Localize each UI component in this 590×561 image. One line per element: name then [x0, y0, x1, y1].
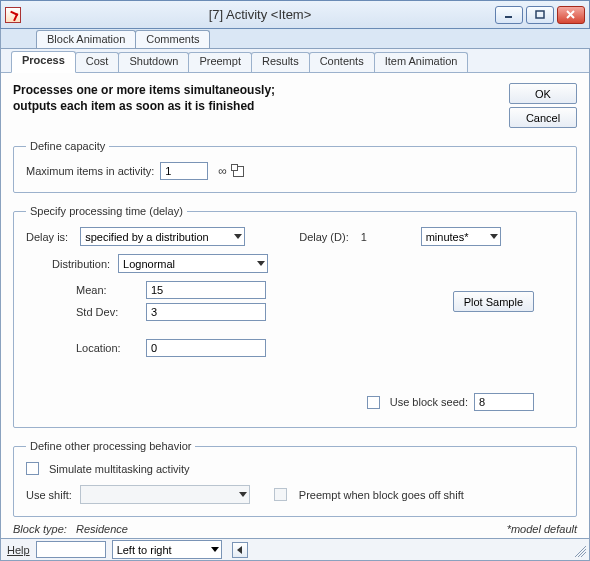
- window-titlebar: [7] Activity <Item>: [0, 0, 590, 29]
- legend-processing-time: Specify processing time (delay): [26, 205, 187, 217]
- tab-comments[interactable]: Comments: [135, 30, 210, 48]
- tab-block-animation[interactable]: Block Animation: [36, 30, 136, 48]
- bottom-bar: Help Left to right: [0, 538, 590, 561]
- chevron-down-icon: [257, 261, 265, 266]
- chevron-down-icon: [234, 234, 242, 239]
- label-location: Location:: [76, 342, 140, 354]
- checkbox-preempt-off-shift: [274, 488, 287, 501]
- chevron-down-icon: [239, 492, 247, 497]
- select-delay-units-value: minutes*: [426, 231, 469, 243]
- outer-tabstrip: Block Animation Comments: [0, 29, 590, 49]
- input-mean[interactable]: [146, 281, 266, 299]
- label-max-items: Maximum items in activity:: [26, 165, 154, 177]
- help-input[interactable]: [36, 541, 106, 558]
- label-stddev: Std Dev:: [76, 306, 140, 318]
- label-delay-is: Delay is:: [26, 231, 68, 243]
- checkbox-simulate-multitasking[interactable]: [26, 462, 39, 475]
- desc-line1: Processes one or more items simultaneous…: [13, 83, 275, 97]
- checkbox-use-block-seed[interactable]: [367, 396, 380, 409]
- app-icon: [5, 7, 21, 23]
- input-max-items[interactable]: [160, 162, 208, 180]
- label-mean: Mean:: [76, 284, 140, 296]
- chevron-left-icon: [237, 546, 242, 554]
- resize-grip[interactable]: [572, 543, 586, 557]
- input-location[interactable]: [146, 339, 266, 357]
- input-stddev[interactable]: [146, 303, 266, 321]
- help-link[interactable]: Help: [7, 544, 30, 556]
- select-distribution[interactable]: Lognormal: [118, 254, 268, 273]
- ok-button[interactable]: OK: [509, 83, 577, 104]
- legend-other-behavior: Define other processing behavior: [26, 440, 195, 452]
- link-icon[interactable]: [233, 166, 244, 177]
- value-block-type: Residence: [76, 523, 128, 535]
- tab-cost[interactable]: Cost: [75, 52, 120, 72]
- svg-rect-1: [536, 11, 544, 18]
- inner-tabstrip: Process Cost Shutdown Preempt Results Co…: [1, 49, 589, 73]
- process-panel: Processes one or more items simultaneous…: [1, 73, 589, 538]
- group-define-capacity: Define capacity Maximum items in activit…: [13, 140, 577, 193]
- select-direction-value: Left to right: [117, 544, 172, 556]
- group-other-behavior: Define other processing behavior Simulat…: [13, 440, 577, 517]
- window-title: [7] Activity <Item>: [25, 7, 495, 22]
- scroll-left-button[interactable]: [232, 542, 248, 558]
- maximize-button[interactable]: [526, 6, 554, 24]
- dialog-body: Process Cost Shutdown Preempt Results Co…: [0, 49, 590, 538]
- infinity-icon[interactable]: ∞: [218, 164, 227, 178]
- tab-results[interactable]: Results: [251, 52, 310, 72]
- label-block-type: Block type:: [13, 523, 67, 535]
- tab-shutdown[interactable]: Shutdown: [118, 52, 189, 72]
- select-distribution-value: Lognormal: [123, 258, 175, 270]
- chevron-down-icon: [211, 547, 219, 552]
- panel-description: Processes one or more items simultaneous…: [13, 83, 499, 114]
- label-simulate-multitasking: Simulate multitasking activity: [49, 463, 190, 475]
- value-delay-d: 1: [361, 231, 409, 243]
- close-button[interactable]: [557, 6, 585, 24]
- tab-contents[interactable]: Contents: [309, 52, 375, 72]
- select-use-shift: [80, 485, 250, 504]
- tab-process[interactable]: Process: [11, 51, 76, 73]
- label-delay-d: Delay (D):: [299, 231, 349, 243]
- legend-define-capacity: Define capacity: [26, 140, 109, 152]
- tab-preempt[interactable]: Preempt: [188, 52, 252, 72]
- label-preempt-off-shift: Preempt when block goes off shift: [299, 489, 464, 501]
- group-processing-time: Specify processing time (delay) Delay is…: [13, 205, 577, 428]
- cancel-button[interactable]: Cancel: [509, 107, 577, 128]
- tab-item-animation[interactable]: Item Animation: [374, 52, 469, 72]
- desc-line2: outputs each item as soon as it is finis…: [13, 99, 254, 113]
- minimize-button[interactable]: [495, 6, 523, 24]
- input-block-seed[interactable]: [474, 393, 534, 411]
- select-direction[interactable]: Left to right: [112, 540, 222, 559]
- plot-sample-button[interactable]: Plot Sample: [453, 291, 534, 312]
- select-delay-is[interactable]: specified by a distribution: [80, 227, 245, 246]
- select-delay-is-value: specified by a distribution: [85, 231, 209, 243]
- label-use-shift: Use shift:: [26, 489, 72, 501]
- label-use-block-seed: Use block seed:: [390, 396, 468, 408]
- label-distribution: Distribution:: [52, 258, 110, 270]
- select-delay-units[interactable]: minutes*: [421, 227, 501, 246]
- label-model-default: *model default: [507, 523, 577, 535]
- chevron-down-icon: [490, 234, 498, 239]
